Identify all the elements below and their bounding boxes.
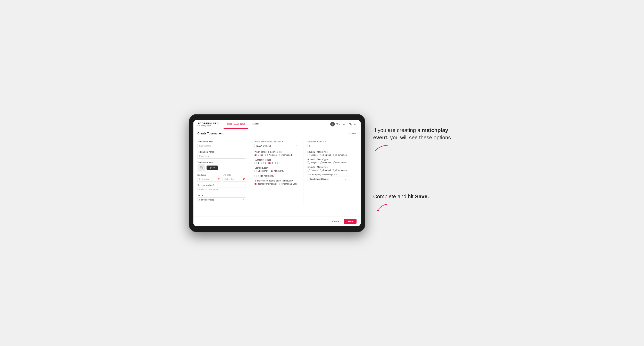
rounds-label: Number of rounds bbox=[254, 159, 299, 161]
round-3-label: 3 bbox=[272, 162, 273, 164]
annotation-top-text: If you are creating a matchplay event, y… bbox=[373, 127, 455, 141]
gender-womens-radio[interactable] bbox=[265, 154, 268, 156]
end-date-wrapper: 📅 bbox=[222, 177, 246, 182]
nav-tab-teams[interactable]: TEAMS bbox=[248, 120, 263, 129]
end-date-calendar-icon: 📅 bbox=[242, 178, 245, 180]
gender-womens-label: Womens bbox=[268, 154, 276, 156]
api-select-box[interactable]: Leaderboard King × ▾ bbox=[308, 176, 352, 182]
bottom-arrow-svg bbox=[373, 203, 390, 213]
teams-plus-individuals[interactable]: Teams (+Individuals) bbox=[254, 183, 276, 185]
scoring-match-radio[interactable] bbox=[271, 170, 273, 172]
api-tag-remove[interactable]: × bbox=[327, 178, 328, 180]
tournament-name-input[interactable] bbox=[198, 154, 246, 159]
cancel-button[interactable]: Cancel bbox=[330, 219, 342, 224]
round1-singles-label: Singles bbox=[311, 154, 318, 156]
scoring-medal-radio[interactable] bbox=[254, 175, 257, 177]
venue-select-wrapper: Search golf club bbox=[198, 197, 246, 202]
scoring-medal[interactable]: Medal Match Play bbox=[254, 175, 274, 177]
start-date-calendar-icon: 📅 bbox=[218, 178, 220, 180]
scoring-radio-group: Stroke Play Match Play Medal Match Play bbox=[254, 170, 299, 177]
rounds-group: Number of rounds 1 2 bbox=[254, 159, 299, 164]
gender-combined[interactable]: Combined bbox=[279, 154, 292, 156]
save-button[interactable]: Save bbox=[344, 219, 356, 224]
round3-foursomes[interactable]: Foursomes bbox=[333, 169, 347, 172]
sponsor-group: Sponsor (optional) bbox=[198, 184, 246, 192]
round1-singles-radio[interactable] bbox=[308, 154, 310, 156]
teams-radio[interactable] bbox=[254, 183, 257, 185]
back-link[interactable]: < Back bbox=[350, 132, 356, 135]
gender-group: Which gender is the event for? Mens Wome… bbox=[254, 151, 299, 156]
end-date-label: End date bbox=[222, 174, 246, 176]
sponsor-label: Sponsor (optional) bbox=[198, 184, 246, 186]
individuals-radio[interactable] bbox=[279, 183, 282, 185]
division-select-wrapper: NCAA Division I bbox=[254, 144, 299, 148]
scoring-stroke-radio[interactable] bbox=[254, 170, 257, 172]
round2-singles-label: Singles bbox=[311, 162, 318, 164]
round-4-radio[interactable] bbox=[275, 162, 278, 164]
round-3[interactable]: 3 bbox=[268, 162, 273, 164]
round3-fourball-label: Fourball bbox=[323, 169, 331, 171]
round1-fourball-radio[interactable] bbox=[320, 154, 322, 156]
round3-fourball[interactable]: Fourball bbox=[320, 169, 331, 172]
form-col-3: Maximum Team Size Round 1 - Match Type S… bbox=[304, 141, 356, 205]
round2-fourball-radio[interactable] bbox=[320, 162, 322, 164]
individuals-only[interactable]: Individuals Only bbox=[279, 183, 297, 185]
round-2-radio[interactable] bbox=[262, 162, 264, 164]
round-4-label: 4 bbox=[278, 162, 280, 164]
form-body: Tournament Host Tournament name Tourname… bbox=[194, 137, 360, 208]
round1-fourball-label: Fourball bbox=[323, 154, 331, 156]
round-3-radio[interactable] bbox=[268, 162, 271, 164]
gender-label: Which gender is the event for? bbox=[254, 151, 299, 153]
nav-tabs: TOURNAMENTS TEAMS bbox=[224, 120, 330, 129]
round2-foursomes[interactable]: Foursomes bbox=[333, 162, 347, 164]
division-select[interactable]: NCAA Division I bbox=[254, 144, 299, 148]
gender-mens-radio[interactable] bbox=[254, 154, 257, 156]
round-1[interactable]: 1 bbox=[254, 162, 259, 164]
round3-radio-group: Singles Fourball Foursomes bbox=[308, 169, 352, 172]
round2-match-label: Round 2 - Match Type bbox=[308, 158, 352, 161]
round3-singles-radio[interactable] bbox=[308, 169, 310, 172]
round-4[interactable]: 4 bbox=[275, 162, 280, 164]
logo-area: SCOREBOARD Powered by clippit bbox=[198, 122, 219, 127]
nav-tab-tournaments[interactable]: TOURNAMENTS bbox=[224, 120, 248, 129]
svg-point-1 bbox=[200, 167, 201, 167]
round1-foursomes[interactable]: Foursomes bbox=[333, 154, 347, 156]
round3-singles[interactable]: Singles bbox=[308, 169, 318, 172]
round-1-radio[interactable] bbox=[254, 162, 257, 164]
annotation-top-block: If you are creating a matchplay event, y… bbox=[373, 127, 455, 152]
app-header: SCOREBOARD Powered by clippit TOURNAMENT… bbox=[194, 120, 360, 129]
api-label: Use third-party live scoring API? bbox=[308, 173, 352, 176]
round2-foursomes-label: Foursomes bbox=[336, 162, 347, 164]
round-2[interactable]: 2 bbox=[262, 162, 266, 164]
arrow-top bbox=[373, 144, 455, 152]
scoring-stroke[interactable]: Stroke Play bbox=[254, 170, 268, 172]
round1-singles[interactable]: Singles bbox=[308, 154, 318, 156]
tournament-host-input[interactable] bbox=[198, 144, 246, 148]
annotation-area: If you are creating a matchplay event, y… bbox=[373, 114, 455, 225]
gender-womens[interactable]: Womens bbox=[265, 154, 276, 156]
round2-fourball[interactable]: Fourball bbox=[320, 162, 331, 164]
gender-mens-label: Mens bbox=[258, 154, 263, 156]
round2-singles[interactable]: Singles bbox=[308, 162, 318, 164]
round3-foursomes-radio[interactable] bbox=[333, 169, 336, 172]
round1-foursomes-radio[interactable] bbox=[333, 154, 336, 156]
logo-text: SCOREBOARD bbox=[198, 122, 219, 125]
teams-group: Is this event for Teams and/or Individua… bbox=[254, 180, 299, 185]
scoring-match[interactable]: Match Play bbox=[271, 170, 284, 172]
max-team-size-input[interactable] bbox=[308, 144, 318, 148]
tournament-host-label: Tournament Host bbox=[198, 141, 246, 143]
round2-foursomes-radio[interactable] bbox=[333, 162, 336, 164]
round1-fourball[interactable]: Fourball bbox=[320, 154, 331, 156]
venue-select[interactable]: Search golf club bbox=[198, 197, 246, 202]
sign-out-link[interactable]: Sign out bbox=[349, 123, 356, 125]
division-group: Which division is the event for? NCAA Di… bbox=[254, 141, 299, 148]
upload-button[interactable]: Upload bbox=[206, 166, 218, 170]
dates-group: Start date 📅 End date bbox=[198, 174, 246, 182]
annotation-bold-save: Save. bbox=[415, 193, 429, 199]
gender-combined-radio[interactable] bbox=[279, 154, 282, 156]
gender-mens[interactable]: Mens bbox=[254, 154, 263, 156]
round2-singles-radio[interactable] bbox=[308, 162, 310, 164]
round2-group: Round 2 - Match Type Singles Fourball bbox=[308, 158, 352, 164]
sponsor-input[interactable] bbox=[198, 187, 246, 192]
round3-fourball-radio[interactable] bbox=[320, 169, 322, 172]
